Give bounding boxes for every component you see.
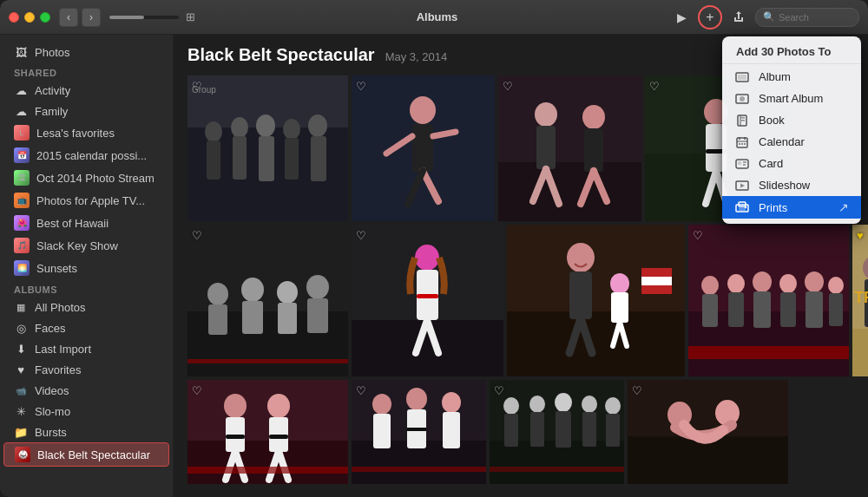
dropdown-item-album[interactable]: Album: [722, 66, 861, 88]
sidebar-item-photos[interactable]: 🖼 Photos: [3, 42, 169, 62]
heart-icon[interactable]: ♡: [356, 229, 366, 242]
svg-marker-150: [740, 183, 745, 187]
svg-point-75: [753, 271, 772, 292]
cloud-icon: ☁: [14, 83, 28, 97]
forward-button[interactable]: ›: [82, 8, 101, 27]
calendar-menu-label: Calendar: [759, 135, 805, 148]
sidebar-item-slomo[interactable]: ✳ Slo-mo: [3, 401, 169, 422]
heart-icon[interactable]: ♡: [503, 80, 513, 93]
photo-thumb[interactable]: ♡: [490, 380, 624, 484]
svg-rect-80: [806, 291, 823, 328]
photo-thumb[interactable]: ♡: [352, 380, 486, 484]
sidebar-item-favorites[interactable]: ♥ Favorites: [3, 359, 169, 380]
svg-rect-116: [504, 414, 518, 447]
sidebar-item-photosapple[interactable]: 📺 Photos for Apple TV...: [3, 189, 169, 212]
sidebar-item-slackkey[interactable]: 🎵 Slack Key Show: [3, 234, 169, 257]
sidebar-item-blackbelt[interactable]: 🥋 Black Belt Spectacular: [3, 442, 169, 467]
svg-rect-111: [443, 412, 460, 448]
dropdown-item-slideshow[interactable]: Slideshow: [722, 174, 861, 196]
svg-rect-21: [498, 162, 641, 221]
sidebar-item-cal2015[interactable]: 📅 2015 calendar possi...: [3, 144, 169, 167]
search-box[interactable]: 🔍 Search: [755, 8, 859, 27]
photo-thumb[interactable]: ♡ Group: [187, 75, 348, 221]
photo-thumb[interactable]: ♡: [688, 225, 849, 376]
svg-rect-120: [556, 411, 571, 448]
titlebar-actions: ▶ + 🔍 Search: [672, 5, 859, 29]
sunsets-thumb: 🌅: [14, 260, 30, 276]
dropdown-item-smart-album[interactable]: Smart Album: [722, 88, 861, 109]
svg-rect-42: [242, 301, 263, 334]
photo-thumb[interactable]: [507, 225, 685, 376]
cloud-family-icon: ☁: [14, 104, 28, 118]
svg-point-110: [442, 392, 461, 413]
svg-point-97: [267, 394, 290, 418]
faces-icon: ◎: [14, 321, 28, 335]
photo-thumb[interactable]: ♥ TR: [852, 225, 868, 376]
dropdown-item-book[interactable]: Book: [722, 109, 861, 131]
heart-icon[interactable]: ♡: [494, 384, 504, 397]
heart-icon[interactable]: ♡: [192, 80, 202, 93]
heart-icon[interactable]: ♡: [356, 384, 366, 397]
smart-album-menu-icon: [734, 93, 750, 105]
heart-icon[interactable]: ♡: [693, 229, 703, 242]
heart-icon[interactable]: ♡: [356, 80, 366, 93]
photo-row-3: ♡: [187, 380, 854, 484]
svg-point-61: [610, 273, 629, 294]
book-menu-icon: [734, 114, 750, 127]
svg-rect-68: [641, 285, 672, 294]
sidebar-item-sunsets[interactable]: 🌅 Sunsets: [3, 257, 169, 279]
sidebar-lastimport-label: Last Import: [35, 343, 91, 356]
sidebar-item-family[interactable]: ☁ Family: [3, 101, 169, 121]
heart-icon[interactable]: ♡: [632, 384, 642, 397]
svg-rect-9: [285, 138, 299, 180]
svg-rect-47: [187, 359, 348, 363]
sidebar-lesafav-label: Lesa's favorites: [36, 127, 115, 140]
close-button[interactable]: [9, 12, 19, 23]
sidebar-item-faces[interactable]: ◎ Faces: [3, 317, 169, 338]
maximize-button[interactable]: [40, 12, 50, 23]
svg-rect-27: [584, 128, 603, 172]
main-window: ‹ › ⊞ Albums ▶ + 🔍 Search: [0, 0, 868, 497]
heart-icon[interactable]: ♡: [649, 80, 660, 93]
photo-thumb[interactable]: ♡: [352, 225, 503, 376]
svg-rect-146: [738, 161, 741, 165]
svg-rect-7: [259, 136, 274, 181]
svg-rect-143: [741, 143, 743, 145]
sidebar-item-allphotos[interactable]: ▦ All Photos: [3, 297, 169, 317]
photo-thumb[interactable]: ♡: [498, 75, 641, 221]
svg-point-41: [241, 278, 264, 302]
svg-point-123: [605, 397, 621, 415]
svg-point-119: [555, 393, 572, 412]
photo-thumb[interactable]: ♡: [187, 225, 348, 376]
svg-point-39: [207, 283, 228, 305]
heart-icon[interactable]: ♡: [192, 384, 202, 397]
sidebar-item-oct2014[interactable]: 🏝 Oct 2014 Photo Stream: [3, 167, 169, 189]
photo-thumb[interactable]: ♡: [352, 75, 495, 221]
heart-icon[interactable]: ♥: [857, 229, 864, 242]
dropdown-menu: Add 30 Photos To Album: [722, 36, 861, 224]
dropdown-item-card[interactable]: Card: [722, 153, 861, 174]
minimize-button[interactable]: [24, 12, 35, 23]
play-button[interactable]: ▶: [672, 8, 691, 27]
dropdown-item-calendar[interactable]: Calendar: [722, 131, 861, 153]
sidebar-item-lastimport[interactable]: ⬇ Last Import: [3, 338, 169, 359]
svg-rect-109: [407, 428, 426, 431]
sidebar-item-bursts[interactable]: 📁 Bursts: [3, 422, 169, 442]
svg-rect-122: [582, 412, 596, 447]
photo-thumb[interactable]: ♡: [628, 380, 788, 484]
sidebar-item-activity[interactable]: ☁ Activity: [3, 80, 169, 101]
svg-point-107: [406, 388, 427, 410]
heart-icon[interactable]: ♡: [192, 229, 202, 242]
sidebar-item-hawaii[interactable]: 🌺 Best of Hawaii: [3, 212, 169, 234]
photo-thumb[interactable]: ♡: [187, 380, 348, 484]
share-button[interactable]: [729, 8, 748, 27]
sidebar-item-lesafav[interactable]: L Lesa's favorites: [3, 121, 169, 144]
slideshow-menu-icon: [734, 180, 750, 192]
sidebar-item-videos[interactable]: 📹 Videos: [3, 380, 169, 401]
zoom-slider[interactable]: [109, 16, 179, 19]
svg-point-22: [535, 102, 557, 127]
back-button[interactable]: ‹: [59, 8, 78, 27]
svg-rect-67: [641, 277, 672, 285]
dropdown-item-prints[interactable]: Prints ↗: [722, 196, 861, 219]
add-button[interactable]: +: [698, 5, 722, 29]
